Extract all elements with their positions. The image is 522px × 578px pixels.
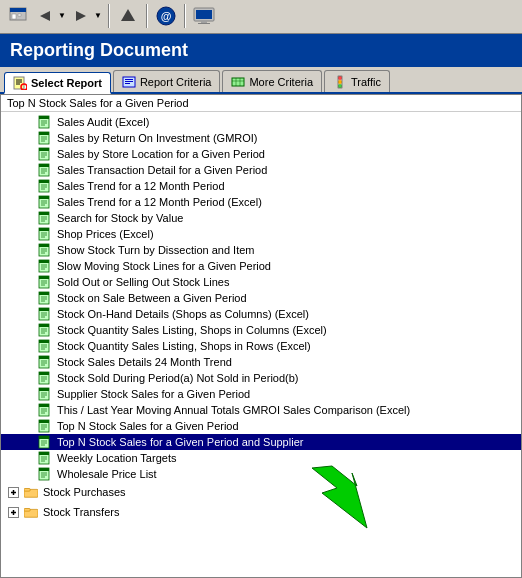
- svg-rect-22: [125, 83, 130, 84]
- tree-item[interactable]: Show Stock Turn by Dissection and Item: [1, 242, 521, 258]
- svg-rect-12: [198, 23, 210, 24]
- tree-item[interactable]: Sales Transaction Detail for a Given Per…: [1, 162, 521, 178]
- folder-item[interactable]: Stock Purchases: [1, 482, 521, 502]
- tree-item[interactable]: Stock on Sale Between a Given Period: [1, 290, 521, 306]
- svg-rect-42: [39, 148, 49, 151]
- tree-item[interactable]: Search for Stock by Value: [1, 210, 521, 226]
- folder-item[interactable]: Stock Transfers: [1, 502, 521, 522]
- report-icon: [37, 115, 53, 129]
- item-label: Show Stock Turn by Dissection and Item: [57, 244, 254, 256]
- tree-item[interactable]: Stock Quantity Sales Listing, Shops in R…: [1, 338, 521, 354]
- item-label: Top N Stock Sales for a Given Period and…: [57, 436, 303, 448]
- report-icon: [37, 435, 53, 449]
- svg-rect-127: [39, 420, 49, 423]
- folder-icon: [23, 485, 39, 499]
- tab-traffic[interactable]: Traffic: [324, 70, 390, 92]
- tree-item[interactable]: Sales Trend for a 12 Month Period: [1, 178, 521, 194]
- item-label: Shop Prices (Excel): [57, 228, 154, 240]
- tree-item[interactable]: Top N Stock Sales for a Given Period and…: [1, 434, 521, 450]
- svg-rect-102: [39, 340, 49, 343]
- toolbar: ▼ ▼ @: [0, 0, 522, 34]
- forward-dropdown-button[interactable]: ▼: [92, 2, 104, 30]
- tab-select-report[interactable]: Select Report: [4, 72, 111, 94]
- computer-button[interactable]: [190, 2, 218, 30]
- tree-item[interactable]: Stock Sold During Period(a) Not Sold in …: [1, 370, 521, 386]
- svg-rect-87: [39, 292, 49, 295]
- svg-rect-62: [39, 212, 49, 215]
- traffic-icon: [333, 75, 347, 89]
- item-label: Stock Sold During Period(a) Not Sold in …: [57, 372, 299, 384]
- report-icon: [37, 163, 53, 177]
- report-icon: [37, 323, 53, 337]
- report-icon: [37, 179, 53, 193]
- svg-text:@: @: [161, 10, 172, 22]
- svg-rect-92: [39, 308, 49, 311]
- tree-item[interactable]: Sales Trend for a 12 Month Period (Excel…: [1, 194, 521, 210]
- tree-item[interactable]: Sales Audit (Excel): [1, 114, 521, 130]
- tree-item[interactable]: Sales by Store Location for a Given Peri…: [1, 146, 521, 162]
- item-label: Stock Sales Details 24 Month Trend: [57, 356, 232, 368]
- folder-icon: [23, 505, 39, 519]
- tree-item[interactable]: Sales by Return On Investment (GMROI): [1, 130, 521, 146]
- tab-more-criteria[interactable]: More Criteria: [222, 70, 322, 92]
- page-title: Reporting Document: [0, 34, 522, 67]
- tree-item[interactable]: Wholesale Price List: [1, 466, 521, 482]
- email-button[interactable]: @: [152, 2, 180, 30]
- tree-item[interactable]: Stock Quantity Sales Listing, Shops in C…: [1, 322, 521, 338]
- tree-item[interactable]: Supplier Stock Sales for a Given Period: [1, 386, 521, 402]
- svg-marker-4: [40, 11, 50, 21]
- svg-rect-150: [24, 489, 30, 492]
- breadcrumb: Top N Stock Sales for a Given Period: [1, 95, 521, 112]
- item-label: Stock Quantity Sales Listing, Shops in R…: [57, 340, 311, 352]
- svg-rect-11: [201, 21, 207, 23]
- tree-item[interactable]: Slow Moving Stock Lines for a Given Peri…: [1, 258, 521, 274]
- expand-icon[interactable]: [5, 504, 21, 520]
- back-button[interactable]: [34, 2, 56, 30]
- expand-icon[interactable]: [5, 484, 21, 500]
- report-icon: [37, 419, 53, 433]
- item-label: Sold Out or Selling Out Stock Lines: [57, 276, 229, 288]
- tab-more-criteria-label: More Criteria: [249, 76, 313, 88]
- item-label: Sales by Return On Investment (GMROI): [57, 132, 258, 144]
- item-label: Wholesale Price List: [57, 468, 157, 480]
- svg-rect-20: [125, 79, 133, 80]
- report-icon: [37, 131, 53, 145]
- item-label: Stock Quantity Sales Listing, Shops in C…: [57, 324, 327, 336]
- svg-rect-21: [125, 81, 133, 82]
- tab-report-criteria[interactable]: Report Criteria: [113, 70, 221, 92]
- report-icon: [37, 227, 53, 241]
- tree-item[interactable]: Top N Stock Sales for a Given Period: [1, 418, 521, 434]
- svg-rect-155: [24, 509, 30, 512]
- svg-rect-117: [39, 388, 49, 391]
- tree-item[interactable]: Stock On-Hand Details (Shops as Columns)…: [1, 306, 521, 322]
- tree-item[interactable]: Stock Sales Details 24 Month Trend: [1, 354, 521, 370]
- tabs-bar: Select Report Report Criteria More Crite…: [0, 67, 522, 94]
- svg-rect-10: [196, 10, 212, 19]
- report-icon: [37, 403, 53, 417]
- item-label: Top N Stock Sales for a Given Period: [57, 420, 239, 432]
- forward-button[interactable]: [70, 2, 92, 30]
- svg-rect-67: [39, 228, 49, 231]
- report-icon: [37, 339, 53, 353]
- tree-item[interactable]: This / Last Year Moving Annual Totals GM…: [1, 402, 521, 418]
- folder-label: Stock Transfers: [43, 506, 119, 518]
- tree-item[interactable]: Sold Out or Selling Out Stock Lines: [1, 274, 521, 290]
- up-button[interactable]: [114, 2, 142, 30]
- item-label: Sales Transaction Detail for a Given Per…: [57, 164, 267, 176]
- report-icon: [37, 307, 53, 321]
- item-label: Sales by Store Location for a Given Peri…: [57, 148, 265, 160]
- svg-rect-122: [39, 404, 49, 407]
- tree-list: Sales Audit (Excel) Sales by Return On I…: [1, 112, 521, 524]
- home-button[interactable]: [4, 2, 32, 30]
- more-criteria-icon: [231, 75, 245, 89]
- item-label: Search for Stock by Value: [57, 212, 183, 224]
- tree-item[interactable]: Shop Prices (Excel): [1, 226, 521, 242]
- report-icon: [37, 147, 53, 161]
- folder-label: Stock Purchases: [43, 486, 126, 498]
- select-report-icon: [13, 76, 27, 90]
- back-dropdown-button[interactable]: ▼: [56, 2, 68, 30]
- tree-item[interactable]: Weekly Location Targets: [1, 450, 521, 466]
- item-label: Supplier Stock Sales for a Given Period: [57, 388, 250, 400]
- report-icon: [37, 275, 53, 289]
- report-icon: [37, 211, 53, 225]
